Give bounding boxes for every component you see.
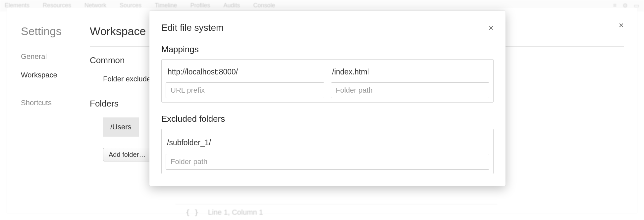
- mapping-row[interactable]: http://localhost:8000/ /index.html: [166, 63, 489, 82]
- mapping-url: http://localhost:8000/: [166, 67, 324, 76]
- edit-file-system-dialog: Edit file system × Mappings http://local…: [149, 11, 506, 186]
- settings-sidebar: Settings General Workspace Shortcuts: [7, 8, 80, 213]
- mappings-heading: Mappings: [161, 44, 494, 55]
- settings-title: Settings: [21, 25, 80, 38]
- dialog-title: Edit file system: [161, 22, 224, 33]
- add-folder-button[interactable]: Add folder…: [103, 148, 151, 161]
- folder-path-input[interactable]: [331, 82, 490, 98]
- mappings-box: http://localhost:8000/ /index.html: [161, 59, 494, 103]
- settings-nav-workspace[interactable]: Workspace: [21, 71, 80, 79]
- cursor-position: Line 1, Column 1: [208, 208, 263, 217]
- excluded-folder-row[interactable]: /subfolder_1/: [166, 132, 489, 154]
- url-prefix-input[interactable]: [166, 82, 324, 98]
- settings-nav-general[interactable]: General: [21, 52, 80, 61]
- status-bar: { } Line 1, Column 1: [176, 204, 497, 220]
- close-icon[interactable]: ×: [489, 23, 494, 32]
- excluded-box: /subfolder_1/: [161, 129, 494, 174]
- mapping-path: /index.html: [331, 67, 489, 76]
- excluded-folder-input[interactable]: [166, 154, 489, 170]
- excluded-heading: Excluded folders: [161, 114, 494, 124]
- settings-nav-shortcuts[interactable]: Shortcuts: [21, 99, 80, 107]
- pretty-print-icon: { }: [186, 208, 199, 216]
- folder-entry[interactable]: /Users: [103, 117, 139, 137]
